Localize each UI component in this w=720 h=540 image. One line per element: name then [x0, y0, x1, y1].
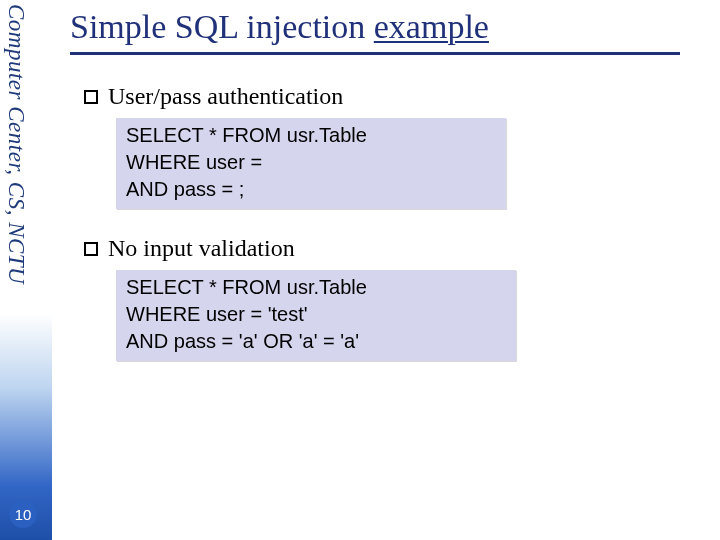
- code-block-1: SELECT * FROM usr.Table WHERE user = AND…: [116, 118, 506, 209]
- bullet-square-icon: [84, 90, 98, 104]
- slide-title: Simple SQL injection example: [70, 8, 700, 46]
- page-number-badge: 10: [9, 500, 37, 528]
- code-block-2: SELECT * FROM usr.Table WHERE user = 'te…: [116, 270, 516, 361]
- bullet-square-icon: [84, 242, 98, 256]
- slide-title-underlined: example: [374, 8, 489, 45]
- sidebar-gradient: Computer Center, CS, NCTU: [0, 0, 52, 540]
- page-number: 10: [15, 506, 32, 523]
- sidebar-org-label: Computer Center, CS, NCTU: [3, 4, 29, 284]
- slide-title-prefix: Simple SQL injection: [70, 8, 374, 45]
- bullet-1-label: User/pass authentication: [108, 83, 343, 109]
- slide-content: Simple SQL injection example User/pass a…: [70, 8, 700, 387]
- title-rule: [70, 52, 680, 55]
- bullet-2: No input validation: [84, 235, 700, 262]
- bullet-1: User/pass authentication: [84, 83, 700, 110]
- bullet-2-label: No input validation: [108, 235, 295, 261]
